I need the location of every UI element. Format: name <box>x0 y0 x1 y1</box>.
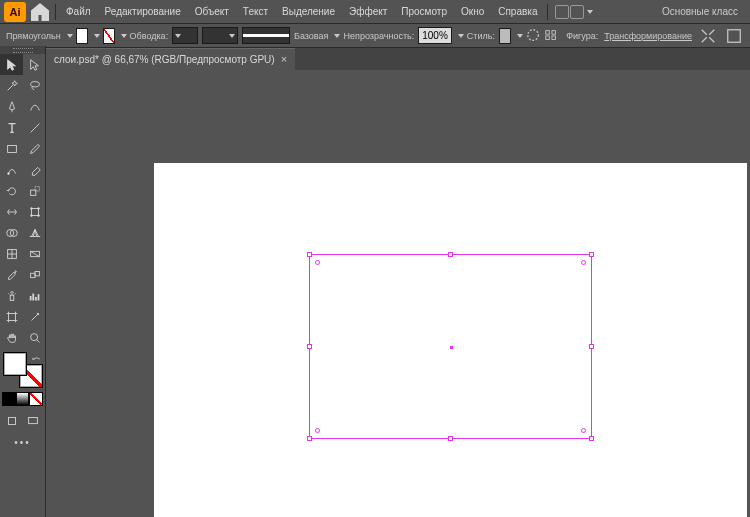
menu-select[interactable]: Выделение <box>275 0 342 24</box>
svg-rect-4 <box>552 36 556 40</box>
rotate-tool[interactable] <box>0 180 23 201</box>
stroke-weight-input[interactable] <box>172 27 198 44</box>
corner-widget[interactable] <box>315 428 320 433</box>
workarea[interactable] <box>46 70 750 517</box>
workspace-switcher[interactable]: Основные класс <box>654 6 746 17</box>
corner-widget[interactable] <box>581 428 586 433</box>
shaper-tool[interactable] <box>0 159 23 180</box>
scale-tool[interactable] <box>23 180 46 201</box>
toolbox: ⤺ ••• <box>0 46 46 517</box>
pen-tool[interactable] <box>0 96 23 117</box>
svg-rect-20 <box>30 273 34 277</box>
corner-widget[interactable] <box>315 260 320 265</box>
blend-tool[interactable] <box>23 264 46 285</box>
svg-point-13 <box>37 207 39 209</box>
style-swatch[interactable] <box>499 28 511 44</box>
edit-toolbar-button[interactable]: ••• <box>0 435 45 449</box>
shape-builder-tool[interactable] <box>0 222 23 243</box>
close-tab-icon[interactable]: × <box>281 54 287 65</box>
draw-mode-normal-icon[interactable] <box>2 410 23 431</box>
artboard[interactable] <box>154 163 747 517</box>
svg-rect-11 <box>31 208 38 215</box>
screen-mode-icon[interactable] <box>23 410 44 431</box>
resize-handle[interactable] <box>448 436 453 441</box>
menu-effect[interactable]: Эффект <box>342 0 394 24</box>
svg-rect-5 <box>728 29 741 42</box>
brush-dropdown-icon[interactable] <box>332 31 339 41</box>
menu-help[interactable]: Справка <box>491 0 544 24</box>
magic-wand-tool[interactable] <box>0 75 23 96</box>
separator <box>55 4 56 20</box>
menubar: Ai Файл Редактирование Объект Текст Выде… <box>0 0 750 24</box>
menu-text[interactable]: Текст <box>236 0 275 24</box>
stroke-profile[interactable] <box>242 27 290 44</box>
isolate-icon[interactable] <box>698 26 718 46</box>
rectangle-tool[interactable] <box>0 138 23 159</box>
fill-swatch[interactable] <box>76 28 88 44</box>
resize-handle[interactable] <box>589 436 594 441</box>
resize-handle[interactable] <box>448 252 453 257</box>
direct-selection-tool[interactable] <box>23 54 46 75</box>
eraser-tool[interactable] <box>23 159 46 180</box>
eyedropper-tool[interactable] <box>0 264 23 285</box>
svg-rect-23 <box>8 313 15 320</box>
shape-dropdown-icon[interactable] <box>65 31 72 41</box>
line-tool[interactable] <box>23 117 46 138</box>
align-icon[interactable] <box>544 26 558 46</box>
shape-props-label[interactable]: Фигура: <box>566 31 598 41</box>
var-width-input[interactable] <box>202 27 238 44</box>
resize-handle[interactable] <box>307 344 312 349</box>
gradient-mode-icon[interactable] <box>16 392 30 406</box>
hand-tool[interactable] <box>0 327 23 348</box>
svg-point-8 <box>7 172 9 174</box>
paintbrush-tool[interactable] <box>23 138 46 159</box>
transform-label[interactable]: Трансформирование <box>604 31 692 41</box>
width-tool[interactable] <box>0 201 23 222</box>
none-mode-icon[interactable] <box>29 392 43 406</box>
center-point[interactable] <box>450 346 453 349</box>
recolor-icon[interactable] <box>526 26 540 46</box>
svg-rect-26 <box>28 417 37 423</box>
resize-handle[interactable] <box>307 252 312 257</box>
zoom-tool[interactable] <box>23 327 46 348</box>
resize-handle[interactable] <box>589 344 594 349</box>
type-tool[interactable] <box>0 117 23 138</box>
resize-handle[interactable] <box>307 436 312 441</box>
clip-icon[interactable] <box>724 26 744 46</box>
default-fill-stroke-icon[interactable] <box>4 377 14 387</box>
menu-window[interactable]: Окно <box>454 0 491 24</box>
opacity-dropdown-icon[interactable] <box>456 31 463 41</box>
perspective-grid-tool[interactable] <box>23 222 46 243</box>
mesh-tool[interactable] <box>0 243 23 264</box>
toolbox-handle[interactable] <box>0 46 45 54</box>
selected-rectangle[interactable] <box>309 254 592 439</box>
fill-stroke-control[interactable]: ⤺ <box>3 352 43 388</box>
swap-fill-stroke-icon[interactable]: ⤺ <box>32 353 42 363</box>
column-graph-tool[interactable] <box>23 285 46 306</box>
stroke-dropdown-icon[interactable] <box>119 31 126 41</box>
artboard-tool[interactable] <box>0 306 23 327</box>
curvature-tool[interactable] <box>23 96 46 117</box>
gradient-tool[interactable] <box>23 243 46 264</box>
color-mode-icon[interactable] <box>2 392 16 406</box>
menu-file[interactable]: Файл <box>59 0 98 24</box>
menu-view[interactable]: Просмотр <box>394 0 454 24</box>
layout-icon[interactable] <box>555 5 595 19</box>
style-dropdown-icon[interactable] <box>515 31 522 41</box>
slice-tool[interactable] <box>23 306 46 327</box>
corner-widget[interactable] <box>581 260 586 265</box>
free-transform-tool[interactable] <box>23 201 46 222</box>
selection-tool[interactable] <box>0 54 23 75</box>
resize-handle[interactable] <box>589 252 594 257</box>
menu-edit[interactable]: Редактирование <box>98 0 188 24</box>
fill-dropdown-icon[interactable] <box>92 31 99 41</box>
opacity-input[interactable]: 100% <box>418 27 452 44</box>
menu-object[interactable]: Объект <box>188 0 236 24</box>
home-icon[interactable] <box>28 0 52 24</box>
lasso-tool[interactable] <box>23 75 46 96</box>
svg-rect-21 <box>35 271 39 275</box>
stroke-swatch[interactable] <box>103 28 115 44</box>
document-tab[interactable]: слои.psd* @ 66,67% (RGB/Предпросмотр GPU… <box>46 48 295 70</box>
fill-box[interactable] <box>3 352 27 376</box>
symbol-sprayer-tool[interactable] <box>0 285 23 306</box>
